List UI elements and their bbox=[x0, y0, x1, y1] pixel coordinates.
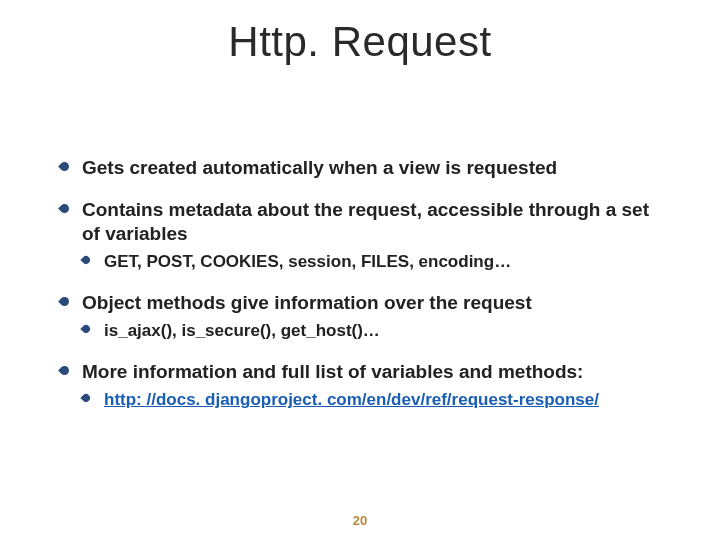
slide-content: Gets created automatically when a view i… bbox=[55, 156, 665, 411]
bullet-subitem-link[interactable]: http: //docs. djangoproject. com/en/dev/… bbox=[82, 389, 665, 410]
slide: Http. Request Gets created automatically… bbox=[0, 0, 720, 540]
bullet-item: Gets created automatically when a view i… bbox=[60, 156, 665, 180]
page-number: 20 bbox=[0, 513, 720, 528]
bullet-item: Object methods give information over the… bbox=[60, 291, 665, 315]
bullet-list: Gets created automatically when a view i… bbox=[60, 156, 665, 411]
bullet-subitem: is_ajax(), is_secure(), get_host()… bbox=[82, 320, 665, 341]
link-text: http: //docs. djangoproject. com/en/dev/… bbox=[104, 390, 599, 409]
bullet-item: More information and full list of variab… bbox=[60, 360, 665, 384]
bullet-item: Contains metadata about the request, acc… bbox=[60, 198, 665, 246]
slide-title: Http. Request bbox=[55, 18, 665, 66]
bullet-subitem: GET, POST, COOKIES, session, FILES, enco… bbox=[82, 251, 665, 272]
